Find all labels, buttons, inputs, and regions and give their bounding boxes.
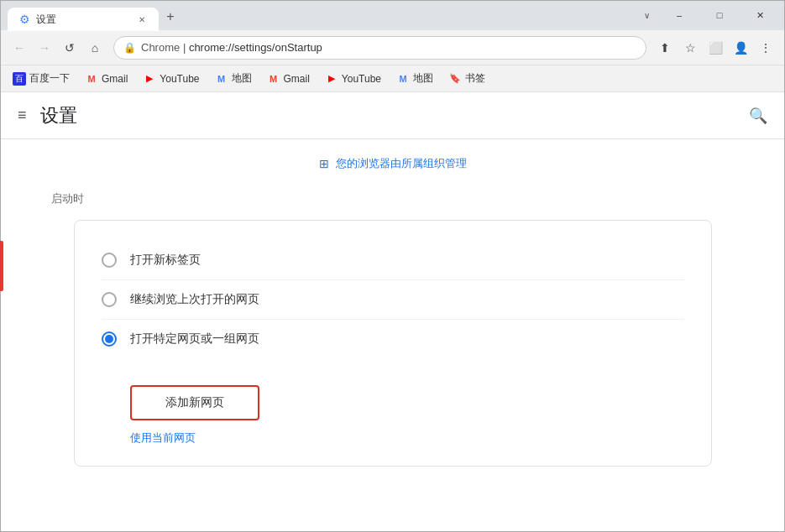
title-bar: ⚙ 设置 ✕ + ∨ – □ ✕	[1, 1, 784, 30]
close-button[interactable]: ✕	[741, 3, 779, 27]
baidu-label: 百度一下	[29, 71, 70, 86]
browser-window: ⚙ 设置 ✕ + ∨ – □ ✕ ← → ↺ ⌂ 🔒 Chrome | chro…	[0, 0, 785, 532]
toolbar-right-buttons: ⬆ ☆ ⬜ 👤 ⋮	[653, 36, 777, 60]
bookmark-bookmarks[interactable]: 🔖 书签	[442, 69, 492, 89]
bookmark-maps1[interactable]: M 地图	[208, 69, 259, 89]
org-managed-notice[interactable]: ⊞ 您的浏览器由所属组织管理	[34, 156, 751, 171]
option-specific[interactable]: 打开特定网页或一组网页	[102, 320, 684, 358]
gmail1-favicon: M	[85, 72, 98, 86]
settings-header: ≡ 设置 🔍	[1, 92, 784, 139]
bookmark-gmail1[interactable]: M Gmail	[78, 69, 134, 89]
minimize-button[interactable]: –	[660, 3, 699, 27]
org-icon: ⊞	[319, 157, 329, 170]
add-new-page-button[interactable]: 添加新网页	[130, 385, 259, 420]
page-title: 设置	[40, 103, 77, 128]
back-button[interactable]: ←	[8, 36, 31, 60]
sidebar-menu-button[interactable]: ≡	[18, 107, 27, 124]
startup-url-options: 添加新网页 使用当前网页	[102, 372, 684, 446]
maps1-label: 地图	[232, 71, 252, 86]
maps1-favicon: M	[215, 72, 228, 86]
youtube1-label: YouTube	[160, 73, 199, 85]
option-continue-label: 继续浏览上次打开的网页	[130, 292, 259, 307]
bookmark-gmail2[interactable]: M Gmail	[260, 69, 317, 89]
forward-button[interactable]: →	[33, 36, 56, 60]
maps2-label: 地图	[413, 71, 433, 86]
startup-section-label: 启动时	[51, 191, 751, 206]
gmail2-favicon: M	[267, 72, 280, 86]
tab-switcher-button[interactable]: ⬜	[704, 36, 727, 60]
address-bar[interactable]: 🔒 Chrome | chrome://settings/onStartup	[113, 36, 646, 60]
tab-strip: ⚙ 设置 ✕ +	[1, 1, 630, 30]
security-icon: 🔒	[123, 41, 136, 55]
share-button[interactable]: ⬆	[653, 36, 677, 60]
tab-label: 设置	[36, 13, 130, 27]
radio-specific[interactable]	[102, 331, 117, 347]
option-new-tab-label: 打开新标签页	[130, 253, 201, 268]
tab-search-button[interactable]: ∨	[635, 3, 658, 27]
main-content: ⊞ 您的浏览器由所属组织管理 启动时 打开新标签页 继续浏览上次打开的网页	[1, 139, 784, 531]
baidu-favicon: 百	[13, 72, 26, 86]
content-area: ≡ 设置 🔍 ⊞ 您的浏览器由所属组织管理 启动时 打开新标签页	[1, 92, 784, 531]
maximize-button[interactable]: □	[700, 3, 739, 27]
new-tab-button[interactable]: +	[159, 5, 182, 29]
option-continue[interactable]: 继续浏览上次打开的网页	[102, 280, 684, 320]
tab-close-button[interactable]: ✕	[135, 13, 149, 26]
youtube2-label: YouTube	[342, 73, 381, 85]
option-new-tab[interactable]: 打开新标签页	[102, 241, 684, 280]
radio-new-tab[interactable]	[102, 253, 117, 268]
youtube1-favicon: ▶	[143, 72, 156, 86]
address-separator: |	[183, 41, 189, 54]
reload-button[interactable]: ↺	[58, 36, 81, 60]
gmail2-label: Gmail	[284, 73, 310, 85]
address-text: Chrome | chrome://settings/onStartup	[141, 41, 637, 54]
bookmarks-label: 书签	[465, 71, 485, 86]
home-button[interactable]: ⌂	[83, 36, 107, 60]
bookmark-youtube2[interactable]: ▶ YouTube	[318, 69, 388, 89]
profile-button[interactable]: 👤	[729, 36, 752, 60]
navigation-toolbar: ← → ↺ ⌂ 🔒 Chrome | chrome://settings/onS…	[1, 30, 784, 65]
startup-settings-card: 打开新标签页 继续浏览上次打开的网页 打开特定网页或一组网页 添加新网页 使用当…	[74, 220, 712, 467]
use-current-page-link[interactable]: 使用当前网页	[130, 430, 684, 446]
left-edge-indicator	[0, 241, 3, 291]
address-chrome-part: Chrome	[141, 41, 180, 54]
bookmark-baidu[interactable]: 百 百度一下	[6, 69, 76, 89]
bookmarks-favicon: 🔖	[448, 72, 462, 86]
youtube2-favicon: ▶	[325, 72, 338, 86]
bookmarks-bar: 百 百度一下 M Gmail ▶ YouTube M 地图 M Gmail ▶ …	[1, 65, 784, 92]
tab-favicon: ⚙	[18, 13, 31, 26]
bookmark-youtube1[interactable]: ▶ YouTube	[136, 69, 206, 89]
bookmark-maps2[interactable]: M 地图	[390, 69, 440, 89]
radio-continue[interactable]	[102, 292, 117, 307]
window-controls: ∨ – □ ✕	[630, 0, 784, 30]
gmail1-label: Gmail	[102, 73, 128, 85]
option-specific-label: 打开特定网页或一组网页	[130, 331, 259, 347]
active-tab[interactable]: ⚙ 设置 ✕	[8, 8, 159, 31]
org-notice-text: 您的浏览器由所属组织管理	[336, 156, 467, 171]
maps2-favicon: M	[396, 72, 410, 86]
address-url-part: chrome://settings/onStartup	[189, 41, 322, 54]
settings-search-button[interactable]: 🔍	[749, 107, 767, 125]
bookmark-button[interactable]: ☆	[678, 36, 702, 60]
more-menu-button[interactable]: ⋮	[754, 36, 777, 60]
